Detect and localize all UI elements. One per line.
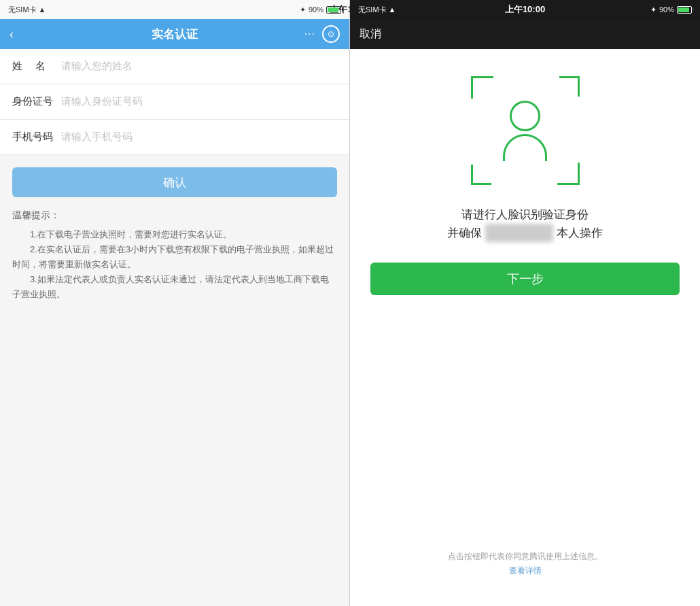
id-label: 身份证号 [12, 95, 61, 108]
right-phone-panel: 无SIM卡 ▲ 上午10:00 ✦ 90% 取消 请进行人脸识 [350, 0, 700, 606]
tip-2: 2.在实名认证后，需要在3小时内下载您有权限下载的电子营业执照，如果超过时间，将… [12, 244, 334, 269]
bottom-notice: 点击按钮即代表你同意腾讯使用上述信息。 查看详情 [448, 550, 603, 592]
right-carrier: 无SIM卡 [358, 5, 387, 15]
right-wifi-icon: ▲ [389, 5, 396, 14]
right-nav-bar: 取消 [350, 19, 700, 49]
left-battery-fill [328, 7, 338, 12]
left-battery-percent: 90% [309, 5, 323, 14]
tips-title: 温馨提示： [12, 209, 337, 222]
page-title: 实名认证 [152, 27, 198, 42]
next-step-button[interactable]: 下一步 [370, 263, 680, 295]
right-battery-fill [678, 7, 689, 12]
face-instruction-line2: 并确保 ████████ 本人操作 [447, 224, 603, 242]
right-bluetooth-icon: ✦ [650, 5, 657, 14]
left-status-right: ✦ 90% [300, 5, 341, 14]
status-bar-right: 无SIM卡 ▲ 上午10:00 ✦ 90% [350, 0, 700, 19]
tip-1: 1.在下载电子营业执照时，需要对您进行实名认证。 [12, 229, 232, 239]
instruction-post: 本人操作 [557, 226, 603, 239]
person-head-icon [510, 101, 540, 131]
form-area: 姓 名 请输入您的姓名 身份证号 请输入身份证号码 手机号码 请输入手机号码 [0, 49, 349, 155]
phone-field-row[interactable]: 手机号码 请输入手机号码 [0, 120, 349, 155]
left-carrier-group: 无SIM卡 ▲ [8, 5, 46, 15]
id-field-row[interactable]: 身份证号 请输入身份证号码 [0, 84, 349, 120]
left-battery-icon [326, 6, 341, 14]
name-field-row[interactable]: 姓 名 请输入您的姓名 [0, 49, 349, 84]
confirm-button[interactable]: 确认 [12, 167, 337, 197]
id-input[interactable]: 请输入身份证号码 [61, 95, 337, 108]
person-icon [503, 101, 547, 161]
right-battery-icon [677, 6, 692, 14]
status-bar-left: 无SIM卡 ▲ 上午10:00 ✦ 90% [0, 0, 349, 19]
cancel-button[interactable]: 取消 [360, 27, 381, 41]
name-input[interactable]: 请输入您的姓名 [61, 60, 337, 73]
right-battery-percent: 90% [659, 5, 674, 14]
face-frame [471, 76, 580, 185]
phone-label: 手机号码 [12, 131, 61, 144]
scan-button[interactable]: ⊙ [322, 25, 340, 43]
face-instruction-line1: 请进行人脸识别验证身份 [447, 205, 603, 224]
left-carrier: 无SIM卡 [8, 5, 37, 15]
bottom-area: 确认 温馨提示： 1.在下载电子营业执照时，需要对您进行实名认证。 2.在实名认… [0, 155, 349, 606]
right-status-right: ✦ 90% [650, 5, 692, 14]
tips-content: 1.在下载电子营业执照时，需要对您进行实名认证。 2.在实名认证后，需要在3小时… [12, 227, 337, 302]
face-scan-area: 请进行人脸识别验证身份 并确保 ████████ 本人操作 下一步 点击按钮即代… [350, 49, 700, 606]
right-time: 上午10:00 [505, 3, 545, 16]
name-label: 姓 名 [12, 60, 61, 73]
notice-line1: 点击按钮即代表你同意腾讯使用上述信息。 [448, 550, 603, 565]
view-details-link[interactable]: 查看详情 [509, 566, 542, 575]
blurred-name: ████████ [485, 224, 553, 242]
right-carrier-group: 无SIM卡 ▲ [358, 5, 396, 15]
frame-corner-tr [559, 76, 580, 97]
back-button[interactable]: ‹ [10, 27, 14, 41]
nav-right-icons: ··· ⊙ [304, 25, 340, 43]
left-bluetooth-icon: ✦ [300, 5, 306, 14]
frame-corner-bl [471, 165, 491, 185]
left-phone-panel: 无SIM卡 ▲ 上午10:00 ✦ 90% ‹ 实名认证 ··· ⊙ 姓 名 请… [0, 0, 350, 606]
left-nav-bar: ‹ 实名认证 ··· ⊙ [0, 19, 349, 49]
scan-icon: ⊙ [328, 29, 334, 39]
person-body-icon [503, 134, 547, 161]
instruction-pre: 并确保 [447, 226, 482, 239]
face-instruction: 请进行人脸识别验证身份 并确保 ████████ 本人操作 [447, 205, 603, 242]
left-wifi-icon: ▲ [39, 5, 46, 14]
more-options-button[interactable]: ··· [304, 28, 315, 40]
tip-3: 3.如果法定代表人或负责人实名认证未通过，请法定代表人到当地工商下载电子营业执照… [12, 274, 329, 299]
phone-input[interactable]: 请输入手机号码 [61, 131, 337, 144]
